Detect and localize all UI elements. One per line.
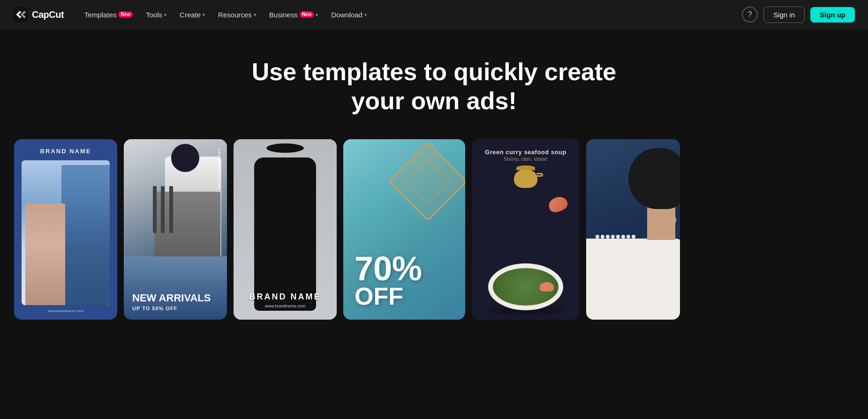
card4-sale-number: 70% (355, 254, 454, 284)
nav-item-resources[interactable]: Resources ▾ (212, 7, 262, 22)
template-card-5[interactable]: Green curry seafood soup Shrimp, clam, l… (472, 139, 580, 320)
pearl-7 (626, 235, 630, 239)
logo-text: CapCut (32, 9, 64, 20)
card3-brand-name: BRAND NAME (249, 292, 321, 302)
nav-item-business[interactable]: Business New ▾ (264, 7, 324, 22)
pearl-6 (621, 235, 625, 239)
capcut-logo-icon (13, 7, 28, 22)
nav-label-download: Download (331, 11, 362, 19)
card5-subtitle: Shrimp, clam, lobster (479, 157, 572, 162)
pot-lid (516, 165, 535, 170)
card1-image (22, 160, 110, 305)
chair-slat-2 (161, 186, 165, 233)
template-card-3[interactable]: BRAND NAME www.brandname.com (234, 139, 337, 320)
card1-photo-bg (22, 160, 110, 305)
jewelry-pendant-visual (388, 142, 465, 221)
nav-item-templates[interactable]: Templates New (79, 7, 138, 22)
pearl-4 (611, 235, 615, 239)
card3-content: BRAND NAME www.brandname.com (249, 292, 321, 308)
nav-badge-business: New (300, 11, 314, 18)
card5-title-area: Green curry seafood soup Shrimp, clam, l… (479, 149, 572, 162)
black-dress-visual (254, 157, 316, 311)
template-card-6[interactable] (586, 139, 680, 320)
card4-sale-off: OFF (355, 284, 454, 308)
chevron-down-icon-resources: ▾ (254, 12, 256, 17)
nav-right: ? Sign in Sign up (742, 7, 855, 23)
pot-visual (514, 169, 537, 188)
hat-visual (171, 144, 199, 172)
shoulder-visual (586, 239, 680, 320)
nav-item-create[interactable]: Create ▾ (174, 7, 211, 22)
plate-container (488, 263, 563, 310)
chevron-down-icon-download: ▾ (364, 12, 367, 17)
nav-item-tools[interactable]: Tools ▾ (140, 7, 172, 22)
navbar: CapCut Templates New Tools ▾ Create ▾ Re… (0, 0, 868, 29)
person-silhouette-visual (25, 203, 65, 305)
card1-url: www.brandname.com (22, 309, 110, 313)
logo[interactable]: CapCut (13, 7, 64, 22)
nav-item-download[interactable]: Download ▾ (325, 7, 372, 22)
signin-button[interactable]: Sign in (763, 7, 805, 23)
pearl-3 (606, 235, 610, 239)
hair-visual (628, 148, 680, 209)
pearl-8 (632, 235, 635, 239)
nav-label-create: Create (180, 11, 201, 19)
card4-jewelry-area (370, 149, 456, 248)
nav-label-templates: Templates (84, 11, 116, 19)
help-button[interactable]: ? (742, 7, 758, 22)
template-card-4[interactable]: 70% OFF (343, 139, 465, 320)
card5-food-visual (479, 169, 572, 310)
hero-section: Use templates to quickly create your own… (0, 29, 868, 139)
pot-container (512, 169, 540, 193)
card1-brand-name: BRAND NAME (22, 148, 110, 155)
card2-title: NEW ARRIVALS (132, 292, 219, 304)
template-card-1[interactable]: BRAND NAME www.brandname.com (14, 139, 117, 320)
nav-label-business: Business (269, 11, 298, 19)
template-card-2[interactable]: FASHION EDITION NEW ARRIVALS UP TO 50% O… (124, 139, 227, 320)
card4-sale-text: 70% OFF (355, 254, 454, 308)
nav-badge-templates: New (118, 11, 133, 18)
jeans-visual (61, 165, 110, 305)
plate-visual (488, 263, 563, 310)
card5-title: Green curry seafood soup (479, 149, 572, 156)
pendant-inner (405, 158, 451, 204)
card2-content: NEW ARRIVALS UP TO 50% OFF (132, 292, 219, 311)
chair-slat-1 (153, 186, 157, 233)
hero-title: Use templates to quickly create your own… (247, 57, 622, 116)
chevron-down-icon-create: ▾ (203, 12, 205, 17)
card3-url: www.brandname.com (249, 304, 321, 308)
chevron-down-icon-business: ▾ (316, 12, 318, 17)
question-icon: ? (748, 10, 752, 19)
card2-photo-area: FASHION EDITION (124, 139, 227, 256)
card2-bg (124, 139, 227, 256)
shrimp-floating (547, 195, 569, 214)
nav-label-resources: Resources (218, 11, 252, 19)
chair-slat-3 (169, 186, 173, 233)
cards-row: BRAND NAME www.brandname.com FASHION E (0, 139, 868, 338)
pearl-necklace-row (586, 233, 680, 240)
card2-fashion-badge: FASHION EDITION (217, 149, 221, 188)
pearl-1 (596, 235, 599, 239)
nav-items: Templates New Tools ▾ Create ▾ Resources… (79, 7, 742, 22)
signup-button[interactable]: Sign up (810, 7, 855, 22)
pearl-5 (616, 235, 620, 239)
chevron-down-icon-tools: ▾ (164, 12, 166, 17)
nav-label-tools: Tools (146, 11, 162, 19)
pot-handle-visual (536, 173, 543, 177)
hat-element-visual (266, 143, 304, 153)
card2-subtitle: UP TO 50% OFF (132, 306, 219, 311)
shrimp-garnish-visual (540, 282, 554, 292)
pearl-2 (601, 235, 604, 239)
